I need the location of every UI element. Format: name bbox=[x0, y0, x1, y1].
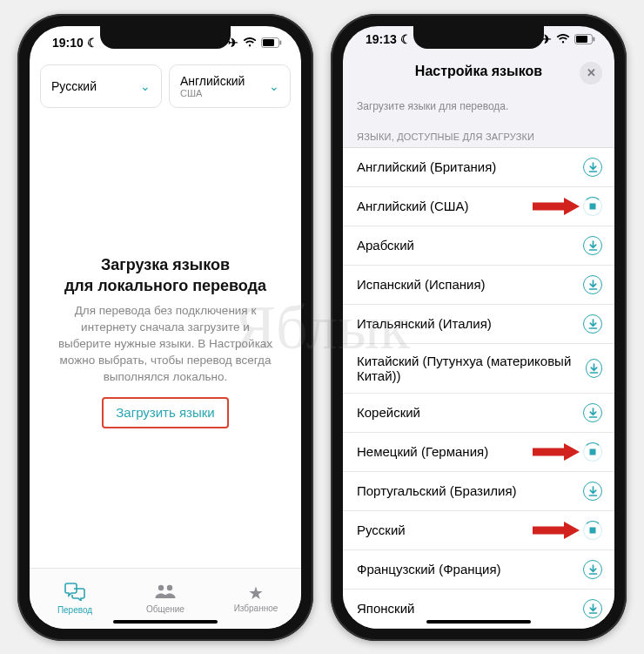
star-icon: ★ bbox=[248, 584, 264, 602]
download-languages-button[interactable]: Загрузить языки bbox=[116, 405, 214, 420]
section-header: ЯЗЫКИ, ДОСТУПНЫЕ ДЛЯ ЗАГРУЗКИ bbox=[343, 118, 614, 147]
phone-right: 19:13 ☾ ✈ Настройка языков ✕ Загрузит bbox=[331, 14, 627, 641]
wifi-icon bbox=[556, 34, 570, 44]
language-row[interactable]: Французский (Франция) bbox=[343, 550, 614, 590]
empty-state: Загрузка языков для локального перевода … bbox=[30, 117, 301, 567]
home-indicator[interactable] bbox=[426, 620, 531, 624]
loading-stop-icon[interactable] bbox=[583, 521, 602, 540]
download-icon[interactable] bbox=[583, 236, 602, 255]
moon-icon: ☾ bbox=[400, 32, 412, 46]
svg-point-3 bbox=[158, 585, 164, 590]
home-indicator[interactable] bbox=[113, 620, 218, 624]
download-icon[interactable] bbox=[583, 275, 602, 294]
download-icon[interactable] bbox=[583, 403, 602, 422]
svg-rect-2 bbox=[280, 40, 282, 44]
chevron-down-icon: ⌄ bbox=[269, 79, 279, 93]
svg-rect-6 bbox=[576, 36, 587, 43]
translate-icon bbox=[64, 582, 85, 603]
tab-label: Перевод bbox=[57, 605, 92, 615]
highlight-box: Загрузить языки bbox=[102, 397, 228, 428]
download-icon[interactable] bbox=[583, 482, 602, 501]
language-name: Английский (США) bbox=[357, 199, 469, 213]
tab-favorites[interactable]: ★ Избранное bbox=[211, 569, 301, 629]
annotation-arrow bbox=[531, 197, 580, 216]
empty-description: Для перевода без подключения к интернету… bbox=[54, 303, 277, 385]
language-row[interactable]: Русский bbox=[343, 511, 614, 550]
sheet-title: Настройка языков bbox=[415, 64, 542, 79]
language-row[interactable]: Английский (США) bbox=[343, 187, 614, 226]
empty-title: Загрузка языков для локального перевода bbox=[64, 255, 266, 296]
svg-rect-7 bbox=[594, 37, 595, 42]
sheet-header: Настройка языков ✕ bbox=[343, 53, 614, 88]
phone-left: 19:10 ☾ ✈ Русский ⌄ bbox=[17, 14, 313, 641]
annotation-arrow bbox=[531, 521, 580, 540]
sheet-helper-text: Загрузите языки для перевода. bbox=[343, 88, 614, 118]
source-language-button[interactable]: Русский ⌄ bbox=[40, 64, 162, 109]
language-row[interactable]: Английский (Британия) bbox=[343, 148, 614, 187]
language-name: Португальский (Бразилия) bbox=[357, 483, 517, 498]
svg-rect-1 bbox=[263, 39, 274, 46]
close-button[interactable]: ✕ bbox=[580, 62, 602, 84]
target-language-button[interactable]: Английский США ⌄ bbox=[169, 64, 291, 109]
close-icon: ✕ bbox=[587, 66, 596, 79]
download-icon[interactable] bbox=[583, 560, 602, 579]
svg-marker-13 bbox=[564, 522, 580, 539]
language-name: Китайский (Путунхуа (материковый Китай)) bbox=[357, 354, 586, 383]
svg-point-4 bbox=[167, 585, 172, 590]
download-icon[interactable] bbox=[583, 314, 602, 334]
source-language-label: Русский bbox=[51, 79, 97, 93]
target-language-label: Английский США bbox=[180, 74, 245, 99]
chevron-down-icon: ⌄ bbox=[140, 79, 151, 93]
tab-label: Избранное bbox=[234, 603, 278, 613]
notch bbox=[413, 26, 544, 49]
language-row[interactable]: Арабский bbox=[343, 226, 614, 266]
language-name: Итальянский (Италия) bbox=[357, 316, 492, 331]
svg-marker-11 bbox=[564, 443, 580, 461]
tab-translate[interactable]: Перевод bbox=[30, 569, 120, 629]
loading-stop-icon[interactable] bbox=[583, 197, 602, 216]
loading-stop-icon[interactable] bbox=[583, 442, 602, 462]
status-time: 19:10 ☾ bbox=[52, 36, 98, 50]
tab-label: Общение bbox=[146, 604, 184, 614]
svg-marker-9 bbox=[564, 198, 580, 215]
download-icon[interactable] bbox=[583, 599, 602, 618]
status-time: 19:13 ☾ bbox=[366, 32, 412, 46]
language-name: Немецкий (Германия) bbox=[357, 444, 488, 459]
language-name: Русский bbox=[357, 523, 406, 537]
wifi-icon bbox=[243, 37, 257, 48]
annotation-arrow bbox=[531, 442, 580, 462]
language-picker-row: Русский ⌄ Английский США ⌄ bbox=[30, 59, 301, 118]
language-row[interactable]: Немецкий (Германия) bbox=[343, 433, 614, 472]
battery-icon bbox=[261, 37, 282, 48]
moon-icon: ☾ bbox=[87, 36, 98, 50]
download-icon[interactable] bbox=[586, 359, 602, 378]
language-row[interactable]: Итальянский (Италия) bbox=[343, 305, 614, 344]
language-row[interactable]: Корейский bbox=[343, 394, 614, 433]
language-row[interactable]: Португальский (Бразилия) bbox=[343, 472, 614, 511]
language-name: Арабский bbox=[357, 238, 414, 253]
language-name: Испанский (Испания) bbox=[357, 277, 486, 292]
download-icon[interactable] bbox=[583, 158, 602, 177]
notch bbox=[100, 26, 231, 49]
language-list: Английский (Британия)Английский (США)Ара… bbox=[343, 147, 614, 629]
language-row[interactable]: Испанский (Испания) bbox=[343, 266, 614, 305]
language-name: Корейский bbox=[357, 405, 420, 420]
language-name: Японский bbox=[357, 601, 414, 616]
battery-icon bbox=[574, 34, 595, 44]
people-icon bbox=[154, 583, 177, 603]
language-row[interactable]: Китайский (Путунхуа (материковый Китай)) bbox=[343, 344, 614, 394]
language-name: Английский (Британия) bbox=[357, 159, 496, 174]
language-name: Французский (Франция) bbox=[357, 562, 501, 576]
